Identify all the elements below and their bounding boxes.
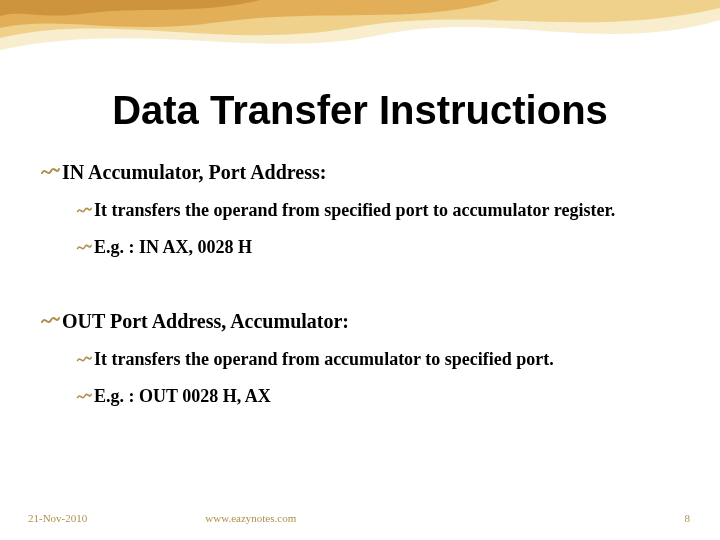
section-heading-text: OUT Port Address, Accumulator:: [62, 308, 349, 334]
bullet-item: E.g. : OUT 0028 H, AX: [76, 385, 680, 408]
squiggle-bullet-icon: [76, 239, 92, 255]
bullet-item: It transfers the operand from specified …: [76, 199, 680, 222]
bullet-text: It transfers the operand from specified …: [94, 199, 615, 222]
section-heading: IN Accumulator, Port Address:: [40, 159, 680, 185]
bullet-text: E.g. : OUT 0028 H, AX: [94, 385, 271, 408]
section-heading-text: IN Accumulator, Port Address:: [62, 159, 326, 185]
bullet-item: E.g. : IN AX, 0028 H: [76, 236, 680, 259]
squiggle-bullet-icon: [76, 388, 92, 404]
bullet-text: E.g. : IN AX, 0028 H: [94, 236, 252, 259]
squiggle-bullet-icon: [76, 351, 92, 367]
footer-url: www.eazynotes.com: [205, 512, 296, 524]
footer-page-number: 8: [685, 512, 691, 524]
bullet-text: It transfers the operand from accumulato…: [94, 348, 554, 371]
section-heading: OUT Port Address, Accumulator:: [40, 308, 680, 334]
decorative-wave-background: [0, 0, 720, 90]
squiggle-bullet-icon: [40, 161, 60, 181]
footer-date: 21-Nov-2010: [28, 512, 87, 524]
page-title: Data Transfer Instructions: [40, 88, 680, 133]
squiggle-bullet-icon: [40, 310, 60, 330]
bullet-item: It transfers the operand from accumulato…: [76, 348, 680, 371]
squiggle-bullet-icon: [76, 202, 92, 218]
footer: 21-Nov-2010 www.eazynotes.com 8: [0, 512, 720, 524]
